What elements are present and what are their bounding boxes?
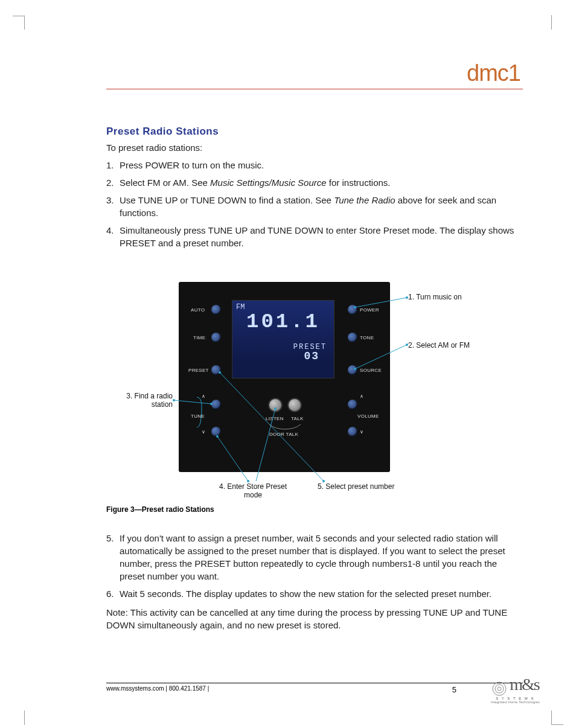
step-text: Use TUNE UP or TUNE DOWN to find a stati… [120, 194, 523, 219]
time-button[interactable] [211, 333, 221, 342]
callout-5: 5. Select preset number [318, 482, 394, 491]
preset-btn-label: PRESET [188, 368, 209, 373]
volume-label: VOLUME [357, 413, 379, 419]
step-5: 5. If you don't want to assign a preset … [106, 532, 523, 583]
talk-button[interactable] [287, 398, 302, 412]
step-text: Select FM or AM. See Music Settings/Musi… [120, 176, 523, 189]
em: Music Settings/Music Source [210, 177, 327, 188]
step-text: If you don't want to assign a preset num… [120, 532, 523, 583]
talk-label: TALK [291, 416, 304, 421]
t: 4. Enter Store Preset [219, 482, 287, 491]
step-text: Simultaneously press TUNE UP and TUNE DO… [120, 224, 523, 249]
callout-2: 2. Select AM or FM [408, 341, 470, 350]
svg-point-8 [495, 685, 504, 693]
source-label: SOURCE [360, 368, 382, 373]
auto-button[interactable] [211, 305, 221, 315]
tone-label: TONE [360, 335, 374, 340]
page-footer: www.mssystems.com | 800.421.1587 | 5 [106, 683, 523, 694]
steps-list-2: 5. If you don't want to assign a preset … [106, 532, 523, 600]
step-text: Wait 5 seconds. The display updates to s… [120, 587, 523, 600]
lcd-screen: FM 101.1 PRESET 03 [232, 300, 334, 378]
callout-1: 1. Turn music on [408, 293, 462, 301]
logo-line2: Integrated Home Technologies [491, 700, 540, 704]
figure-caption: Figure 3—Preset radio Stations [106, 505, 523, 514]
step-num: 1. [106, 159, 120, 171]
page-number: 5 [452, 685, 456, 694]
svg-point-7 [493, 682, 506, 695]
listen-label: LISTEN [266, 416, 284, 421]
auto-label: AUTO [191, 307, 205, 313]
volume-up-button[interactable] [348, 400, 357, 409]
frequency-display: 101.1 [232, 310, 334, 333]
step-num: 3. [106, 194, 120, 219]
tune-up-button[interactable] [211, 400, 221, 409]
footer-text: www.mssystems.com | 800.421.1587 | [106, 685, 452, 692]
figure-3-diagram: FM 101.1 PRESET 03 AUTO TIME PRESET POWE… [106, 273, 493, 503]
step-3: 3. Use TUNE UP or TUNE DOWN to find a st… [106, 194, 523, 219]
t: Use TUNE UP or TUNE DOWN to find a stati… [120, 195, 334, 205]
intro-text: To preset radio stations: [106, 141, 523, 154]
vol-down-caret: ∨ [360, 429, 363, 435]
step-2: 2. Select FM or AM. See Music Settings/M… [106, 176, 523, 189]
power-label: POWER [360, 307, 379, 313]
callout-3: 3. Find a radio station [106, 392, 173, 409]
section-heading: Preset Radio Stations [106, 126, 523, 138]
door-talk-label: DOOR TALK [269, 432, 298, 437]
step-4: 4. Simultaneously press TUNE UP and TUNE… [106, 224, 523, 249]
listen-button[interactable] [268, 398, 283, 412]
svg-point-9 [498, 687, 501, 691]
tone-button[interactable] [348, 333, 357, 342]
tune-label: TUNE [191, 413, 205, 419]
step-num: 4. [106, 224, 120, 249]
callout-4: 4. Enter Store Preset mode [214, 482, 292, 499]
volume-down-button[interactable] [348, 427, 357, 436]
t: mode [244, 491, 262, 499]
step-text: Press POWER to turn on the music. [120, 159, 523, 171]
step-1: 1. Press POWER to turn on the music. [106, 159, 523, 171]
preset-number: 03 [232, 350, 334, 362]
note: Note: This activity can be cancelled at … [106, 606, 523, 631]
tune-up-caret: ∧ [202, 394, 205, 399]
vol-up-caret: ∧ [360, 394, 363, 399]
tune-down-button[interactable] [211, 427, 221, 436]
step-num: 2. [106, 176, 120, 189]
steps-list-1: 1. Press POWER to turn on the music. 2. … [106, 159, 523, 249]
power-button[interactable] [348, 305, 357, 315]
ms-systems-logo: m&s S Y S T E M S Integrated Home Techno… [491, 678, 540, 704]
step-num: 5. [106, 532, 120, 583]
t: for instructions. [327, 177, 391, 188]
step-num: 6. [106, 587, 120, 600]
t: Select FM or AM. See [120, 177, 210, 188]
t: 3. Find a radio [126, 392, 173, 400]
preset-button[interactable] [211, 365, 221, 375]
control-panel: FM 101.1 PRESET 03 AUTO TIME PRESET POWE… [179, 282, 390, 472]
t: station [152, 400, 173, 409]
header-rule [106, 89, 523, 89]
tune-down-caret: ∨ [202, 429, 205, 435]
em: Tune the Radio [334, 195, 395, 205]
product-title: dmc1 [106, 60, 523, 86]
step-6: 6. Wait 5 seconds. The display updates t… [106, 587, 523, 600]
time-label: TIME [193, 335, 205, 340]
logo-brand: m&s [510, 675, 539, 694]
source-button[interactable] [348, 365, 357, 375]
